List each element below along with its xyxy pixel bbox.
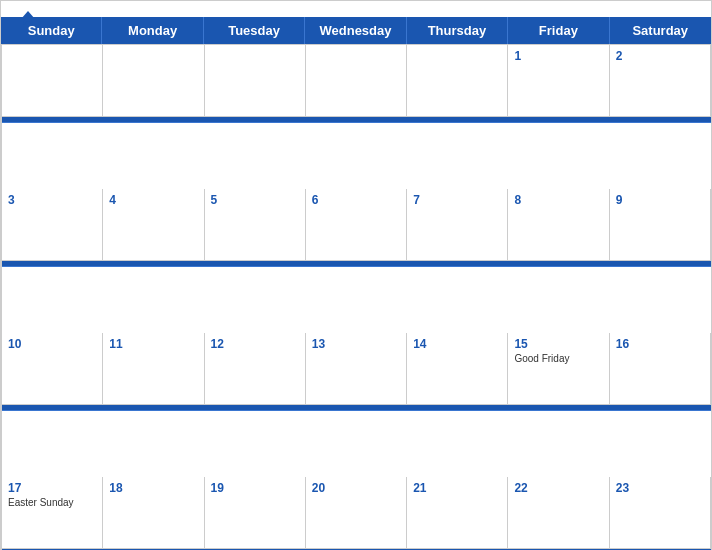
cell-date: 2 xyxy=(616,49,704,63)
logo-bird-icon xyxy=(19,9,37,27)
calendar-cell: 7 xyxy=(407,189,508,261)
cell-date: 20 xyxy=(312,481,400,495)
calendar-cell xyxy=(103,45,204,117)
cell-date: 18 xyxy=(109,481,197,495)
cell-holiday: Good Friday xyxy=(514,353,602,364)
calendar-cell: 8 xyxy=(508,189,609,261)
calendar-cell: 16 xyxy=(610,333,711,405)
calendar-header xyxy=(1,1,711,17)
cell-date: 19 xyxy=(211,481,299,495)
cell-date: 5 xyxy=(211,193,299,207)
calendar-cell: 15Good Friday xyxy=(508,333,609,405)
cell-date: 4 xyxy=(109,193,197,207)
calendar-cell: 4 xyxy=(103,189,204,261)
logo-area xyxy=(17,9,37,27)
cell-date: 1 xyxy=(514,49,602,63)
calendar-cell: 2 xyxy=(610,45,711,117)
cell-date: 6 xyxy=(312,193,400,207)
calendar-cell: 3 xyxy=(2,189,103,261)
calendar-cell: 9 xyxy=(610,189,711,261)
cell-date: 11 xyxy=(109,337,197,351)
calendar-cell: 19 xyxy=(205,477,306,549)
cell-date: 9 xyxy=(616,193,704,207)
svg-marker-0 xyxy=(21,11,35,25)
calendar-cell: 12 xyxy=(205,333,306,405)
calendar-container: SundayMondayTuesdayWednesdayThursdayFrid… xyxy=(0,0,712,550)
day-header-wednesday: Wednesday xyxy=(305,17,406,44)
calendar-cell: 20 xyxy=(306,477,407,549)
day-header-friday: Friday xyxy=(508,17,609,44)
calendar-cell: 17Easter Sunday xyxy=(2,477,103,549)
calendar-cell: 5 xyxy=(205,189,306,261)
calendar-cell xyxy=(407,45,508,117)
cell-date: 8 xyxy=(514,193,602,207)
calendar-cell: 11 xyxy=(103,333,204,405)
week-divider-1 xyxy=(2,117,711,123)
calendar-cell: 23 xyxy=(610,477,711,549)
cell-date: 17 xyxy=(8,481,96,495)
calendar-cell: 21 xyxy=(407,477,508,549)
cell-date: 7 xyxy=(413,193,501,207)
day-header-tuesday: Tuesday xyxy=(204,17,305,44)
calendar-cell: 1 xyxy=(508,45,609,117)
cell-date: 3 xyxy=(8,193,96,207)
calendar-cell xyxy=(205,45,306,117)
day-header-thursday: Thursday xyxy=(407,17,508,44)
calendar-cell: 18 xyxy=(103,477,204,549)
calendar-cell: 14 xyxy=(407,333,508,405)
calendar-cell xyxy=(2,45,103,117)
calendar-cell xyxy=(306,45,407,117)
week-divider-2 xyxy=(2,261,711,267)
calendar-cell: 10 xyxy=(2,333,103,405)
cell-date: 22 xyxy=(514,481,602,495)
cell-date: 10 xyxy=(8,337,96,351)
cell-date: 13 xyxy=(312,337,400,351)
week-divider-3 xyxy=(2,405,711,411)
calendar-cell: 13 xyxy=(306,333,407,405)
calendar-cell: 6 xyxy=(306,189,407,261)
day-header-monday: Monday xyxy=(102,17,203,44)
cell-date: 12 xyxy=(211,337,299,351)
day-header-saturday: Saturday xyxy=(610,17,711,44)
cell-date: 21 xyxy=(413,481,501,495)
days-header: SundayMondayTuesdayWednesdayThursdayFrid… xyxy=(1,17,711,44)
cell-date: 14 xyxy=(413,337,501,351)
cell-holiday: Easter Sunday xyxy=(8,497,96,508)
calendar-grid: 123456789101112131415Good Friday1617East… xyxy=(1,44,711,550)
calendar-cell: 22 xyxy=(508,477,609,549)
cell-date: 16 xyxy=(616,337,704,351)
cell-date: 15 xyxy=(514,337,602,351)
cell-date: 23 xyxy=(616,481,704,495)
